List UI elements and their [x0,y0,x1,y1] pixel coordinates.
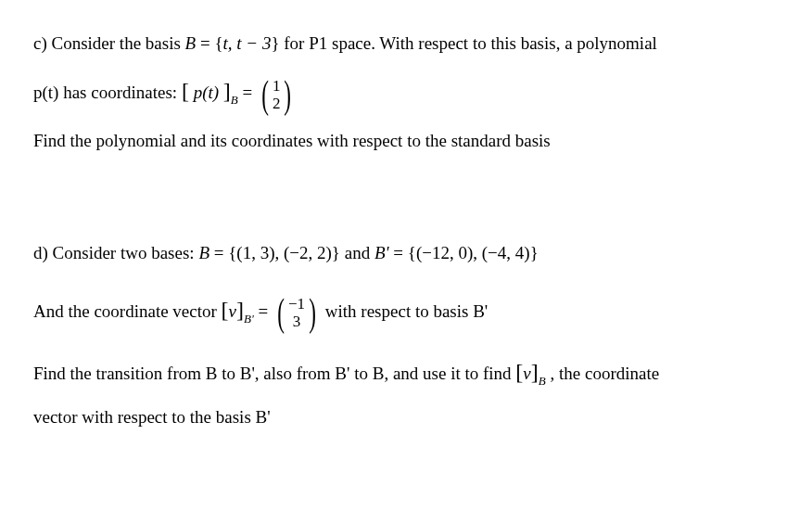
vector-entry-top: 1 [273,77,281,95]
vector-entry-bot: 3 [293,313,301,330]
coord-bracket-vb: [v]B [515,364,550,383]
coord-sub: B [231,93,238,107]
partd-line2-prefix: And the coordinate vector [33,301,222,321]
partc-line2-prefix: p(t) has coordinates: [33,83,182,102]
right-paren-icon: ) [309,293,316,332]
partc-line3: Find the polynomial and its coordinates … [33,123,786,158]
column-vector: ( 1 2 ) [259,75,295,114]
partd-line3: Find the transition from B to B', also f… [33,351,786,394]
partd-basis-b: B = {(1, 3), (−2, 2)} [198,243,344,262]
vector-entries-d: −1 3 [287,295,306,330]
partc-basis: B = {t, t − 3} [185,33,285,53]
partd-line2-suffix: with respect to basis B' [325,301,488,321]
vector-entries: 1 2 [272,77,282,112]
coord-bracket-v: [v]B' [222,301,259,321]
basis-symbol: B [185,33,197,53]
coord-inner: p(t) [194,83,219,102]
partc-line1: c) Consider the basis B = {t, t − 3} for… [33,26,786,60]
partc-line1-suffix: for P1 space. With respect to this basis… [284,33,657,53]
coord-bracket: [ p(t) ]B [182,83,243,102]
vector-entry-top: −1 [288,295,305,313]
partd-line2: And the coordinate vector [v]B' = ( −1 3… [33,288,786,333]
partd-basis-bprime: B' = {(−12, 0), (−4, 4)} [374,243,539,262]
column-vector-d: ( −1 3 ) [274,293,319,332]
partd-line1-prefix: d) Consider two bases: [33,243,198,262]
partd-line1: d) Consider two bases: B = {(1, 3), (−2,… [33,236,786,270]
right-paren-icon: ) [285,75,292,114]
left-paren-icon: ( [261,75,269,114]
vector-entry-bot: 2 [273,95,281,112]
coord-inner-v: v [229,301,236,321]
left-paren-icon: ( [277,293,285,332]
partc-line2: p(t) has coordinates: [ p(t) ]B = ( 1 2 … [33,70,786,114]
basis-contents: t, t − 3 [223,33,272,53]
coord-sub-bprime: B' [244,312,254,326]
partd-line4: vector with respect to the basis B' [33,400,786,434]
coord-sub-b: B [539,374,546,388]
partc-line1-prefix: c) Consider the basis [33,33,185,53]
